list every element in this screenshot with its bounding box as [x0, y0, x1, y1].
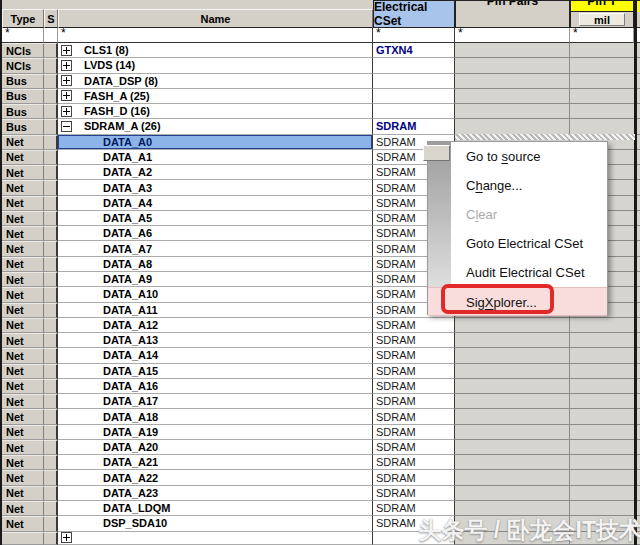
ecset-value: SDRAM [376, 441, 416, 453]
table-row[interactable]: NClsLVDS (14) [2, 58, 640, 73]
expand-icon[interactable] [61, 75, 72, 86]
row-name-cell[interactable]: DATA_A10 [58, 287, 373, 302]
table-row[interactable]: NetDATA_A17SDRAM [2, 394, 640, 409]
expand-icon[interactable] [61, 45, 72, 56]
row-name-cell[interactable]: DATA_A13 [58, 333, 373, 348]
expand-icon[interactable] [61, 90, 72, 101]
table-row[interactable]: NetDATA_A15SDRAM [2, 364, 640, 379]
row-name-cell[interactable]: DATA_A3 [58, 180, 373, 195]
row-ecset-cell[interactable]: SDRAM [373, 409, 455, 424]
row-ecset-cell[interactable]: SDRAM [373, 364, 455, 379]
table-row[interactable]: NetDATA_A12SDRAM [2, 318, 640, 333]
row-ecset-cell[interactable]: SDRAM [373, 333, 455, 348]
row-name-cell[interactable]: DATA_A8 [58, 257, 373, 272]
menu-item-change[interactable]: Change... [428, 171, 607, 200]
row-ecset-cell[interactable] [373, 58, 455, 73]
row-name-cell[interactable]: DATA_LDQM [58, 501, 373, 516]
row-ecset-cell[interactable]: SDRAM [373, 119, 455, 134]
row-name-cell[interactable]: DATA_A6 [58, 226, 373, 241]
row-ecset-cell[interactable]: SDRAM [373, 425, 455, 440]
expand-icon[interactable] [61, 60, 72, 71]
row-ecset-cell[interactable]: SDRAM [373, 455, 455, 470]
column-header-electrical-cset[interactable]: Electrical CSet [373, 0, 455, 28]
row-name-cell[interactable]: DATA_A9 [58, 272, 373, 287]
row-name-cell[interactable] [58, 532, 373, 545]
table-row[interactable]: NetDATA_A14SDRAM [2, 348, 640, 363]
menu-item-goto-electrical-cset[interactable]: Goto Electrical CSet [428, 229, 607, 258]
row-ecset-cell[interactable]: SDRAM [373, 318, 455, 333]
row-ecset-cell[interactable]: SDRAM [373, 348, 455, 363]
row-ecset-cell[interactable]: SDRAM [373, 501, 455, 516]
filter-cell-pin-pairs[interactable]: * [455, 28, 570, 43]
row-name-cell[interactable]: DATA_A1 [58, 150, 373, 165]
row-name-cell[interactable]: DATA_A14 [58, 348, 373, 363]
column-header-name[interactable]: Name [58, 9, 373, 28]
row-name-cell[interactable]: DATA_DSP (8) [58, 74, 373, 89]
table-row[interactable]: NetDATA_A16SDRAM [2, 379, 640, 394]
table-row[interactable]: NetDATA_A13SDRAM [2, 333, 640, 348]
table-row[interactable]: BusFASH_A (25) [2, 89, 640, 104]
filter-cell-name[interactable]: * [58, 28, 373, 43]
table-row[interactable]: NetDATA_A18SDRAM [2, 409, 640, 424]
table-row[interactable]: BusFASH_D (16) [2, 104, 640, 119]
table-row[interactable]: NClsCLS1 (8)GTXN4 [2, 43, 640, 58]
row-name-cell[interactable]: FASH_D (16) [58, 104, 373, 119]
row-ecset-cell[interactable]: SDRAM [373, 470, 455, 485]
row-name-cell[interactable]: DATA_A15 [58, 364, 373, 379]
table-row[interactable]: BusSDRAM_A (26)SDRAM [2, 119, 640, 134]
row-name-cell[interactable]: CLS1 (8) [58, 43, 373, 58]
table-row[interactable]: BusDATA_DSP (8) [2, 74, 640, 89]
row-name-cell[interactable]: DATA_A22 [58, 470, 373, 485]
filter-cell-mil[interactable]: * [570, 28, 634, 43]
row-name-cell[interactable]: DATA_A19 [58, 425, 373, 440]
row-name-cell[interactable]: DATA_A20 [58, 440, 373, 455]
row-name-cell[interactable]: DATA_A4 [58, 196, 373, 211]
collapse-icon[interactable] [61, 121, 72, 132]
row-ecset-cell[interactable]: SDRAM [373, 486, 455, 501]
filter-cell-ecset[interactable]: * [373, 28, 455, 43]
cset-dropdown-button[interactable] [423, 145, 450, 161]
row-ecset-cell[interactable] [373, 104, 455, 119]
row-name-cell[interactable]: DSP_SDA10 [58, 516, 373, 531]
row-name-cell[interactable]: FASH_A (25) [58, 89, 373, 104]
row-name-cell[interactable]: DATA_A11 [58, 303, 373, 318]
row-name-cell[interactable]: SDRAM_A (26) [58, 119, 373, 134]
row-name-cell[interactable]: DATA_A21 [58, 455, 373, 470]
filter-cell-s[interactable] [44, 28, 58, 43]
filter-cell-type[interactable]: * [2, 28, 44, 43]
table-row[interactable]: NetDATA_A19SDRAM [2, 425, 640, 440]
row-ecset-cell[interactable] [373, 74, 455, 89]
menu-item-clear[interactable]: Clear [428, 200, 607, 229]
row-name-cell[interactable]: DATA_A0 [58, 135, 373, 150]
row-name-cell[interactable]: DATA_A5 [58, 211, 373, 226]
row-name-cell[interactable]: DATA_A17 [58, 394, 373, 409]
table-row[interactable]: NetDATA_A21SDRAM [2, 455, 640, 470]
row-ecset-cell[interactable]: SDRAM [373, 440, 455, 455]
row-name-cell[interactable]: DATA_A18 [58, 409, 373, 424]
column-header-s[interactable]: S [44, 9, 58, 28]
table-row[interactable]: NetDATA_A23SDRAM [2, 486, 640, 501]
table-row[interactable]: NetDATA_A22SDRAM [2, 470, 640, 485]
table-row[interactable]: NetDATA_LDQMSDRAM [2, 501, 640, 516]
row-mil-cell [570, 333, 634, 348]
row-ecset-cell[interactable]: SDRAM [373, 394, 455, 409]
row-ecset-cell[interactable]: GTXN4 [373, 43, 455, 58]
menu-item-go-to-source[interactable]: Go to source [428, 142, 607, 171]
row-name-cell[interactable]: DATA_A16 [58, 379, 373, 394]
mil-unit-button[interactable]: mil [579, 13, 625, 26]
row-ecset-cell[interactable]: SDRAM [373, 379, 455, 394]
row-type-cell: Net [2, 287, 44, 302]
column-header-pin-t[interactable]: Pin T [570, 0, 634, 12]
column-header-type[interactable]: Type [2, 9, 44, 28]
row-name-cell[interactable]: DATA_A23 [58, 486, 373, 501]
row-name-cell[interactable]: DATA_A12 [58, 318, 373, 333]
row-name-cell[interactable]: DATA_A2 [58, 165, 373, 180]
expand-icon[interactable] [61, 106, 72, 117]
row-ecset-cell[interactable] [373, 89, 455, 104]
expand-icon[interactable] [61, 532, 72, 543]
column-header-pin-pairs[interactable]: Pin Pairs [455, 0, 570, 28]
row-name-cell[interactable]: LVDS (14) [58, 58, 373, 73]
table-row[interactable]: NetDATA_A20SDRAM [2, 440, 640, 455]
menu-item-audit-electrical-cset[interactable]: Audit Electrical CSet [428, 258, 607, 287]
row-name-cell[interactable]: DATA_A7 [58, 241, 373, 256]
